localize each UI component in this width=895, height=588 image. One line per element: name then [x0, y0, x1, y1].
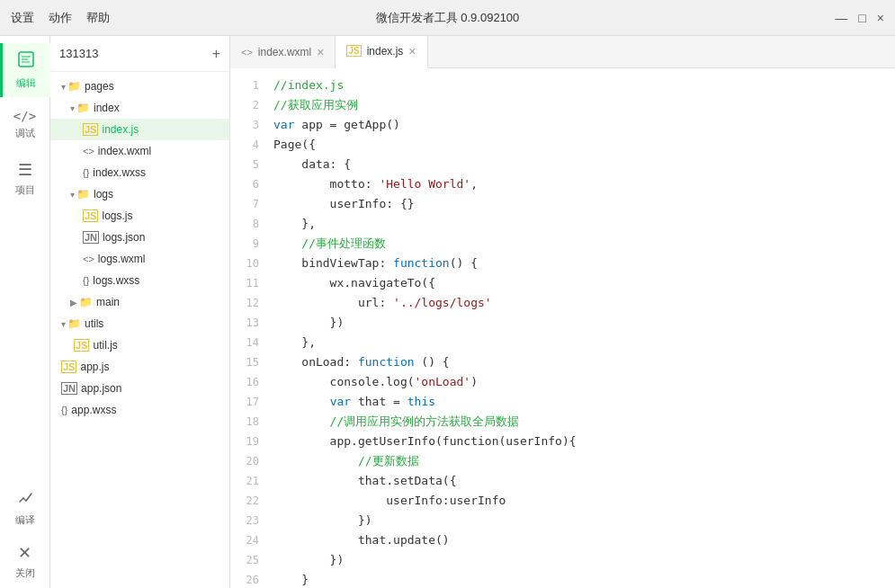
add-file-button[interactable]: + — [212, 46, 220, 62]
js-icon-logs-js: JS — [83, 209, 98, 222]
sidebar-item-debug[interactable]: </> 调试 — [0, 97, 50, 151]
code-line-19: app.getUserInfo(function(userInfo){ — [273, 432, 895, 451]
tree-label-app-json: app.json — [81, 382, 121, 395]
tree-label-utils: utils — [85, 317, 103, 330]
code-line-3: var app = getApp() — [273, 115, 895, 135]
app-title: 微信开发者工具 0.9.092100 — [376, 10, 520, 26]
json-icon-app: JN — [61, 382, 77, 395]
tree-item-logs-js[interactable]: JS logs.js — [50, 205, 229, 227]
code-line-7: userInfo: {} — [273, 194, 895, 214]
folder-icon-logs: 📁 — [76, 188, 90, 200]
tree-label-app-wxss: app.wxss — [71, 404, 116, 416]
code-line-14: }, — [273, 333, 895, 352]
compile-label: 编译 — [15, 513, 35, 527]
maximize-button[interactable]: □ — [858, 11, 865, 25]
wxml-tab-icon: <> — [241, 47, 253, 58]
menu-actions[interactable]: 动作 — [49, 10, 72, 26]
editor-area: <> index.wxml × JS index.js × 12345 6789… — [230, 36, 895, 588]
tree-item-main[interactable]: ▶ 📁 main — [50, 291, 229, 313]
sidebar-item-editor[interactable]: 编辑 — [0, 43, 50, 97]
arrow-main: ▶ — [70, 298, 77, 307]
tree-label-index-wxss: index.wxss — [93, 166, 146, 179]
code-line-6: motto: 'Hello World', — [273, 174, 895, 194]
tree-item-logs[interactable]: ▾ 📁 logs — [50, 183, 229, 205]
tree-label-logs-wxss: logs.wxss — [93, 274, 139, 287]
tree-item-index-wxss[interactable]: {} index.wxss — [50, 162, 229, 183]
tree-item-app-js[interactable]: JS app.js — [50, 356, 229, 378]
tree-label-app-js: app.js — [80, 361, 109, 373]
tree-item-logs-wxml[interactable]: <> logs.wxml — [50, 248, 229, 270]
tree-label-pages: pages — [85, 80, 114, 93]
close-tab-js[interactable]: × — [408, 45, 416, 58]
project-label: 项目 — [15, 183, 35, 197]
project-name: 131313 — [59, 47, 98, 60]
wxss-icon-app: {} — [61, 405, 67, 415]
project-icon: ☰ — [18, 160, 32, 180]
debug-icon: </> — [13, 109, 36, 123]
code-line-21: that.setData({ — [273, 471, 895, 491]
folder-icon-index: 📁 — [76, 102, 90, 114]
tree-label-main: main — [96, 296, 120, 308]
folder-icon-main: 📁 — [79, 296, 93, 308]
close-icon: ✕ — [18, 543, 31, 563]
tree-item-util-js[interactable]: JS util.js — [50, 334, 229, 356]
tab-label-index-js: index.js — [367, 45, 404, 58]
arrow-pages: ▾ — [61, 82, 66, 92]
tab-label-index-wxml: index.wxml — [258, 46, 311, 58]
tree-item-logs-json[interactable]: JN logs.json — [50, 227, 229, 248]
sidebar-item-project[interactable]: ☰ 项目 — [0, 151, 50, 205]
tab-index-wxml[interactable]: <> index.wxml × — [230, 36, 336, 68]
tree-item-logs-wxss[interactable]: {} logs.wxss — [50, 270, 229, 291]
close-label: 关闭 — [15, 566, 35, 580]
menu-help[interactable]: 帮助 — [86, 10, 110, 26]
code-line-5: data: { — [273, 155, 895, 174]
code-line-20: //更新数据 — [273, 451, 895, 471]
editor-label: 编辑 — [16, 76, 36, 90]
tree-item-index-js[interactable]: JS index.js — [50, 119, 229, 140]
main-container: 编辑 </> 调试 ☰ 项目 编译 ✕ 关闭 131313 + — [0, 36, 895, 588]
sidebar-item-close[interactable]: ✕ 关闭 — [0, 534, 50, 588]
close-tab-wxml[interactable]: × — [317, 46, 324, 58]
code-content: //index.js //获取应用实例 var app = getApp() P… — [266, 68, 895, 588]
wxss-icon-index: {} — [83, 167, 89, 178]
tree-label-util-js: util.js — [93, 339, 117, 352]
close-button[interactable]: × — [877, 11, 884, 25]
minimize-button[interactable]: — — [835, 11, 847, 25]
code-line-12: url: '../logs/logs' — [273, 293, 895, 313]
sidebar-icons: 编辑 </> 调试 ☰ 项目 编译 ✕ 关闭 — [0, 36, 50, 588]
sidebar-item-compile[interactable]: 编译 — [0, 480, 50, 534]
tree-content: ▾ 📁 pages ▾ 📁 index JS index.js <> i — [50, 72, 229, 588]
tree-item-index[interactable]: ▾ 📁 index — [50, 97, 229, 119]
js-icon-app: JS — [61, 361, 76, 373]
file-tree: 131313 + ▾ 📁 pages ▾ 📁 index JS ind — [50, 36, 230, 588]
tree-label-logs-js: logs.js — [102, 209, 132, 222]
titlebar: 设置 动作 帮助 微信开发者工具 0.9.092100 — □ × — [0, 0, 895, 36]
tree-label-index: index — [94, 102, 120, 114]
code-line-4: Page({ — [273, 135, 895, 155]
arrow-utils: ▾ — [61, 319, 66, 329]
code-line-11: wx.navigateTo({ — [273, 273, 895, 293]
wxml-icon-index: <> — [83, 146, 94, 156]
tree-item-app-wxss[interactable]: {} app.wxss — [50, 399, 229, 421]
js-icon-index-js: JS — [83, 123, 98, 136]
code-line-9: //事件处理函数 — [273, 234, 895, 254]
arrow-index: ▾ — [70, 103, 75, 113]
code-line-8: }, — [273, 214, 895, 234]
tree-item-utils[interactable]: ▾ 📁 utils — [50, 313, 229, 334]
code-line-15: onLoad: function () { — [273, 352, 895, 372]
wxml-icon-logs: <> — [83, 254, 94, 264]
tree-item-index-wxml[interactable]: <> index.wxml — [50, 140, 229, 162]
tree-label-logs-json: logs.json — [103, 231, 145, 244]
code-line-2: //获取应用实例 — [273, 95, 895, 115]
code-line-18: //调用应用实例的方法获取全局数据 — [273, 412, 895, 432]
tree-item-app-json[interactable]: JN app.json — [50, 378, 229, 399]
arrow-logs: ▾ — [70, 190, 75, 200]
menu-settings[interactable]: 设置 — [11, 10, 34, 26]
code-editor[interactable]: 12345 678910 1112131415 1617181920 21222… — [230, 68, 895, 588]
tree-item-pages[interactable]: ▾ 📁 pages — [50, 76, 229, 97]
tab-bar: <> index.wxml × JS index.js × — [230, 36, 895, 68]
tab-index-js[interactable]: JS index.js × — [336, 36, 427, 68]
file-tree-header: 131313 + — [50, 36, 229, 72]
code-line-10: bindViewTap: function() { — [273, 254, 895, 273]
titlebar-menu: 设置 动作 帮助 — [11, 10, 110, 26]
